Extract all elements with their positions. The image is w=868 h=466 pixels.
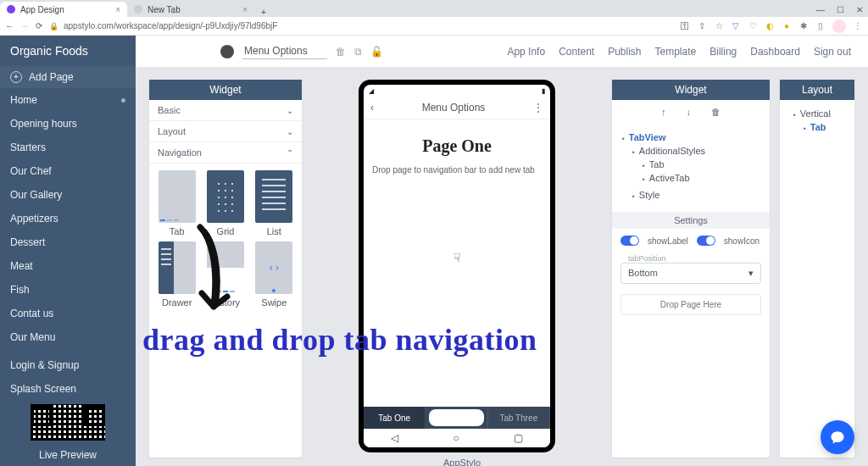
- sidebar-item-gallery[interactable]: Our Gallery: [0, 183, 136, 207]
- reload-icon[interactable]: ⟳: [36, 21, 42, 31]
- sidebar: Organic Foods + Add Page Home Opening ho…: [0, 36, 136, 466]
- profile-icon[interactable]: [832, 19, 846, 33]
- settings-heading: Settings: [612, 212, 770, 229]
- tab-two[interactable]: Tab Two: [426, 407, 487, 429]
- widget-drawer[interactable]: Drawer: [156, 241, 198, 308]
- ext2-icon[interactable]: ◐: [765, 21, 775, 31]
- sidebar-item-menu[interactable]: Our Menu: [0, 325, 136, 349]
- tab-three[interactable]: Tab Three: [488, 407, 550, 429]
- tree-tab[interactable]: Tab: [649, 159, 665, 169]
- layout-tab[interactable]: Tab: [810, 122, 826, 132]
- sidebar-item-contact[interactable]: Contat us: [0, 302, 136, 325]
- minimize-icon[interactable]: —: [816, 5, 825, 14]
- add-page-button[interactable]: + Add Page: [0, 66, 136, 88]
- tree-addstyles[interactable]: AdditionalStyles: [639, 146, 705, 156]
- favicon-icon: [134, 5, 142, 14]
- sidebar-item-splash[interactable]: Splash Screen: [0, 377, 136, 401]
- toggle-showicon[interactable]: [697, 236, 715, 246]
- toggle-showlabel[interactable]: [620, 236, 639, 246]
- reading-list-icon[interactable]: ▯: [815, 21, 826, 31]
- label-showicon: showIcon: [724, 236, 760, 246]
- battery-icon: ▮: [542, 87, 545, 95]
- star-icon[interactable]: ☆: [714, 21, 724, 31]
- layout-vertical[interactable]: Vertical: [800, 108, 831, 119]
- move-down-icon[interactable]: ↓: [687, 107, 692, 117]
- sidebar-item-home[interactable]: Home: [0, 88, 136, 112]
- delete-icon[interactable]: 🗑: [336, 46, 346, 58]
- tabposition-select[interactable]: Bottom ▾: [620, 263, 761, 284]
- tab-bar[interactable]: Tab One Tab Two Tab Three: [364, 407, 550, 429]
- lock-icon: 🔒: [49, 22, 58, 31]
- address-bar[interactable]: 🔒 appstylo.com/workspace/app/design/-p9U…: [49, 21, 673, 31]
- copy-icon[interactable]: ⧉: [354, 46, 362, 58]
- browser-tab-1[interactable]: New Tab ×: [127, 2, 254, 17]
- page-heading: Page One: [372, 136, 542, 156]
- android-home-icon[interactable]: ○: [453, 432, 459, 444]
- link-signout[interactable]: Sign out: [814, 46, 851, 58]
- widget-list[interactable]: List: [253, 170, 295, 236]
- url-text: appstylo.com/workspace/app/design/-p9Uxd…: [64, 21, 277, 31]
- link-publish[interactable]: Publish: [608, 46, 641, 58]
- ext3-icon[interactable]: ●: [782, 21, 792, 31]
- widget-swipe[interactable]: Swipe: [253, 241, 295, 308]
- chevron-down-icon: ⌄: [287, 106, 293, 115]
- tree-style[interactable]: Style: [639, 190, 659, 200]
- sidebar-item-appetizers[interactable]: Appetizers: [0, 207, 136, 230]
- sidebar-item-chef[interactable]: Our Chef: [0, 159, 136, 183]
- share-icon[interactable]: ⇪: [697, 21, 707, 31]
- topbar: Menu Options 🗑 ⧉ 🔓 App Info Content Publ…: [136, 36, 868, 68]
- panel-title: Widget: [612, 80, 770, 100]
- sidebar-item-meat[interactable]: Meat: [0, 254, 136, 278]
- move-up-icon[interactable]: ↑: [661, 107, 666, 117]
- link-template[interactable]: Template: [655, 46, 697, 58]
- forward-icon[interactable]: →: [20, 21, 29, 31]
- live-preview-label[interactable]: Live Preview: [0, 444, 136, 466]
- plus-icon: +: [10, 71, 22, 83]
- sidebar-item-dessert[interactable]: Dessert: [0, 230, 136, 254]
- sidebar-item-opening[interactable]: Opening hours: [0, 112, 136, 136]
- android-back-icon[interactable]: ◁: [391, 432, 398, 444]
- unlock-icon[interactable]: 🔓: [370, 46, 383, 58]
- link-content[interactable]: Content: [559, 46, 594, 58]
- close-icon[interactable]: ×: [115, 5, 120, 14]
- link-dashboard[interactable]: Dashboard: [750, 46, 800, 58]
- browser-tab-0[interactable]: App Design ×: [0, 2, 127, 17]
- chevron-up-icon: ⌃: [287, 148, 293, 158]
- page-name-input[interactable]: Menu Options: [242, 43, 327, 59]
- more-icon[interactable]: ⋮: [533, 102, 543, 114]
- section-basic[interactable]: Basic⌄: [149, 100, 302, 121]
- key-icon[interactable]: ⚿: [680, 21, 690, 31]
- menu-icon[interactable]: ⋮: [853, 21, 863, 31]
- link-appinfo[interactable]: App Info: [507, 46, 545, 58]
- section-navigation[interactable]: Navigation⌃: [149, 142, 302, 164]
- screen-title: Menu Options: [422, 102, 486, 114]
- delete-icon[interactable]: 🗑: [711, 107, 721, 117]
- drop-page-zone[interactable]: Drop Page Here: [620, 294, 761, 315]
- close-icon[interactable]: ×: [242, 5, 248, 14]
- shield-icon[interactable]: ▽: [731, 21, 741, 31]
- widget-grid[interactable]: Grid: [204, 170, 246, 236]
- widget-tab[interactable]: Tab: [156, 170, 198, 236]
- sidebar-item-starters[interactable]: Starters: [0, 136, 136, 159]
- sidebar-item-fish[interactable]: Fish: [0, 278, 136, 302]
- ext1-icon[interactable]: ♡: [748, 21, 758, 31]
- widget-history[interactable]: History: [204, 241, 246, 308]
- back-icon[interactable]: ←: [5, 21, 14, 31]
- section-layout[interactable]: Layout⌄: [149, 121, 302, 142]
- tree-tabview[interactable]: TabView: [629, 132, 666, 142]
- link-billing[interactable]: Billing: [709, 46, 737, 58]
- close-window-icon[interactable]: ✕: [856, 5, 863, 14]
- android-recent-icon[interactable]: ▢: [514, 432, 523, 444]
- phone-preview: ◢▮ ‹ Menu Options ⋮ Page One Drop page t…: [359, 80, 555, 452]
- chat-fab[interactable]: [821, 420, 854, 454]
- new-tab-button[interactable]: +: [254, 8, 273, 17]
- widget-tree[interactable]: TabView AdditionalStyles Tab ActiveTab: [612, 124, 770, 212]
- tree-activetab[interactable]: ActiveTab: [649, 173, 690, 183]
- extensions-icon[interactable]: ✱: [798, 21, 809, 31]
- label-showlabel: showLabel: [648, 236, 688, 246]
- maximize-icon[interactable]: ☐: [837, 5, 844, 14]
- sidebar-item-login[interactable]: Login & Signup: [0, 353, 136, 377]
- favicon-icon: [7, 5, 15, 14]
- tab-one[interactable]: Tab One: [364, 407, 426, 429]
- back-icon[interactable]: ‹: [370, 102, 374, 114]
